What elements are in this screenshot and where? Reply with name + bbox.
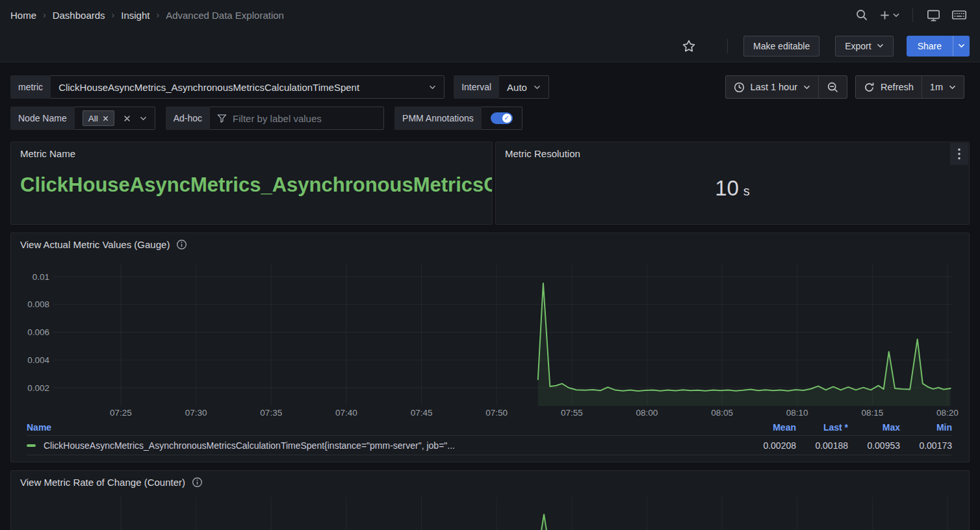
node-name-label: Node Name (10, 107, 75, 130)
chevron-down-icon (949, 85, 956, 90)
svg-text:08:10: 08:10 (786, 408, 808, 418)
interval-variable-select[interactable]: Auto (499, 75, 549, 99)
metric-resolution-value: 10 s (496, 176, 969, 201)
legend-max-header[interactable]: Max (848, 422, 900, 433)
export-label: Export (845, 41, 871, 51)
svg-text:08:20: 08:20 (936, 408, 959, 418)
pmm-annotations-toggle[interactable]: ✓ (491, 112, 513, 124)
svg-text:0.006: 0.006 (27, 327, 49, 337)
breadcrumb-separator: › (112, 10, 115, 20)
svg-text:07:50: 07:50 (485, 408, 508, 418)
legend-name-header[interactable]: Name (27, 422, 744, 433)
legend-min-header[interactable]: Min (900, 422, 952, 433)
clear-all-icon[interactable] (123, 115, 131, 122)
make-editable-button[interactable]: Make editable (743, 36, 819, 57)
svg-text:08:15: 08:15 (861, 408, 883, 418)
chevron-down-icon (534, 85, 541, 90)
svg-text:07:45: 07:45 (411, 408, 433, 418)
node-name-selected-chip[interactable]: All (83, 110, 114, 126)
monitor-icon[interactable] (923, 5, 944, 25)
metric-resolution-number: 10 (715, 176, 739, 201)
zoom-out-button[interactable] (818, 76, 847, 98)
gauge-chart-panel: View Actual Metric Values (Gauge) 0.0020… (10, 233, 970, 462)
pmm-annotations-label: PMM Annotations (394, 107, 482, 130)
keyboard-icon[interactable] (949, 5, 970, 25)
legend-header-row: Name Mean Last * Max Min (27, 419, 952, 436)
share-label: Share (918, 41, 942, 51)
time-range-label: Last 1 hour (751, 82, 798, 92)
adhoc-filter-input[interactable] (233, 113, 377, 124)
legend-table: Name Mean Last * Max Min ClickHouseAsync… (27, 419, 952, 455)
time-range-picker[interactable]: Last 1 hour (726, 76, 819, 98)
series-min-value: 0.00173 (900, 440, 952, 451)
chevron-down-icon (140, 116, 147, 121)
plus-icon (879, 10, 890, 21)
share-button[interactable]: Share (907, 36, 953, 57)
metric-resolution-panel: Metric Resolution 10 s (495, 142, 970, 225)
node-name-variable: Node Name All (10, 107, 155, 130)
series-max-value: 0.00953 (848, 440, 900, 451)
adhoc-filter-input-box (210, 107, 384, 130)
metric-name-value: ClickHouseAsyncMetrics_AsynchronousMetri… (20, 173, 492, 197)
remove-value-icon (103, 116, 109, 121)
top-nav: Home › Dashboards › Insight › Advanced D… (0, 0, 980, 30)
gauge-time-series-chart[interactable]: 0.0020.0040.0060.0080.0107:2507:3007:350… (13, 262, 962, 419)
metric-variable-select[interactable]: ClickHouseAsyncMetrics_AsynchronousMetri… (51, 75, 445, 99)
refresh-button[interactable]: Refresh (856, 76, 922, 98)
zoom-out-icon (827, 81, 839, 94)
interval-variable-label: Interval (454, 75, 499, 99)
nav-actions (852, 5, 970, 25)
breadcrumb-separator: › (43, 10, 46, 20)
adhoc-label: Ad-hoc (166, 107, 210, 130)
panel-menu-kebab-icon[interactable] (950, 143, 968, 165)
svg-text:0.004: 0.004 (27, 355, 49, 365)
filter-funnel-icon (216, 113, 227, 124)
series-name[interactable]: ClickHouseAsyncMetrics_AsynchronousMetri… (44, 440, 744, 451)
gauge-panel-title[interactable]: View Actual Metric Values (Gauge) (20, 239, 170, 250)
series-color-swatch (27, 444, 36, 447)
clock-icon (734, 82, 745, 93)
metric-resolution-panel-title[interactable]: Metric Resolution (505, 148, 580, 159)
filters-row-2: Node Name All Ad-hoc PMM Annotations ✓ (10, 107, 522, 130)
chevron-down-icon (958, 44, 965, 48)
breadcrumb-home[interactable]: Home (10, 10, 36, 21)
export-button[interactable]: Export (835, 36, 893, 57)
dashboard-toolbar: Make editable Export Share (0, 30, 980, 62)
time-range-group: Last 1 hour (725, 75, 848, 99)
svg-text:0.01: 0.01 (32, 272, 49, 282)
legend-series-row: ClickHouseAsyncMetrics_AsynchronousMetri… (27, 436, 952, 455)
breadcrumb: Home › Dashboards › Insight › Advanced D… (10, 10, 284, 21)
counter-time-series-chart[interactable] (13, 497, 962, 530)
info-icon[interactable] (176, 239, 187, 250)
share-menu-button[interactable] (953, 36, 970, 57)
metric-variable: metric ClickHouseAsyncMetrics_Asynchrono… (10, 75, 445, 99)
refresh-group: Refresh 1m (855, 75, 964, 99)
svg-text:08:00: 08:00 (636, 408, 658, 418)
svg-text:07:25: 07:25 (110, 408, 132, 418)
svg-text:0.008: 0.008 (27, 299, 49, 309)
make-editable-label: Make editable (753, 41, 810, 51)
pmm-annotations-toggle-box: ✓ (482, 107, 522, 130)
breadcrumb-separator: › (156, 10, 159, 20)
breadcrumb-dashboards[interactable]: Dashboards (53, 10, 105, 21)
counter-panel-title[interactable]: View Metric Rate of Change (Counter) (20, 477, 185, 488)
refresh-interval-picker[interactable]: 1m (922, 76, 964, 98)
toggle-knob-check-icon: ✓ (502, 114, 511, 123)
series-last-value: 0.00188 (796, 440, 848, 451)
info-icon[interactable] (192, 477, 203, 488)
legend-mean-header[interactable]: Mean (744, 422, 796, 433)
chevron-down-icon (429, 85, 436, 90)
chevron-down-icon (877, 44, 884, 48)
chevron-down-icon (893, 13, 899, 18)
filters-row-1: metric ClickHouseAsyncMetrics_Asynchrono… (10, 75, 549, 99)
svg-text:08:05: 08:05 (711, 408, 733, 418)
breadcrumb-insight[interactable]: Insight (121, 10, 149, 21)
svg-text:07:40: 07:40 (335, 408, 357, 418)
node-name-select[interactable]: All (75, 107, 155, 130)
search-icon[interactable] (852, 5, 871, 25)
add-new-button[interactable] (877, 5, 902, 25)
metric-name-panel-title[interactable]: Metric Name (20, 148, 75, 159)
legend-last-header[interactable]: Last * (796, 422, 848, 433)
star-icon[interactable] (679, 36, 699, 56)
node-name-value: All (88, 114, 98, 123)
